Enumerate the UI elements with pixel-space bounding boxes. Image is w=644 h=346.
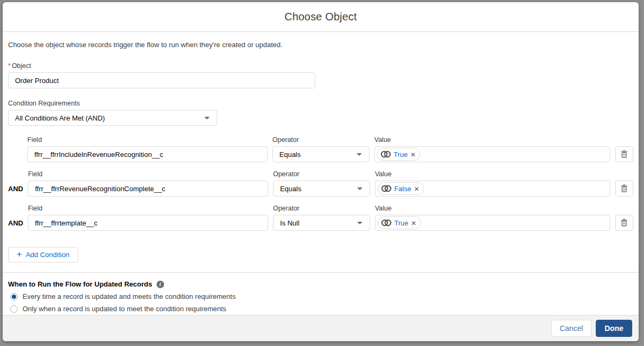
field-column-label: Field bbox=[28, 205, 268, 212]
remove-value-icon[interactable]: ✕ bbox=[410, 151, 416, 158]
condition-requirements-group: Condition Requirements All Conditions Ar… bbox=[8, 100, 633, 126]
when-to-run-heading-row: When to Run the Flow for Updated Records… bbox=[8, 280, 633, 288]
modal-footer: Cancel Done bbox=[3, 315, 639, 341]
operator-select[interactable]: Equals bbox=[273, 180, 370, 197]
operator-value: Equals bbox=[280, 185, 301, 193]
trash-icon bbox=[620, 184, 628, 193]
field-input-value: ffrr__ffrrtemplate__c bbox=[35, 219, 98, 227]
operator-value: Is Null bbox=[280, 219, 299, 227]
operator-column-label: Operator bbox=[272, 136, 369, 144]
field-input[interactable]: ffrr__ffrrIncludeInRevenueRecognition__c bbox=[27, 146, 268, 162]
operator-select[interactable]: Is Null bbox=[273, 215, 370, 231]
modal-description: Choose the object whose records trigger … bbox=[8, 41, 633, 49]
object-input-value: Order Product bbox=[15, 77, 59, 85]
condition-prefix: AND bbox=[8, 219, 23, 231]
condition-row: Field ffrr__ffrrIncludeInRevenueRecognit… bbox=[8, 136, 633, 162]
chevron-down-icon bbox=[357, 153, 362, 156]
condition-row: AND Field ffrr__ffrrRevenueRecognitionCo… bbox=[8, 170, 633, 197]
condition-requirements-select[interactable]: All Conditions Are Met (AND) bbox=[8, 110, 217, 126]
trash-icon bbox=[620, 219, 628, 227]
field-input[interactable]: ffrr__ffrrtemplate__c bbox=[28, 215, 268, 231]
value-pill: True ✕ bbox=[377, 148, 420, 161]
value-pill: False ✕ bbox=[377, 182, 424, 195]
global-constant-icon bbox=[381, 151, 391, 158]
choose-object-modal: Choose Object Choose the object whose re… bbox=[3, 2, 639, 341]
value-pill-label: False bbox=[394, 185, 411, 193]
add-condition-label: Add Condition bbox=[26, 251, 70, 259]
info-icon[interactable]: i bbox=[157, 281, 164, 288]
required-asterisk: * bbox=[8, 62, 11, 70]
condition-row: AND Field ffrr__ffrrtemplate__c Operator… bbox=[8, 205, 633, 231]
value-input[interactable]: False ✕ bbox=[375, 180, 610, 197]
operator-select[interactable]: Equals bbox=[272, 146, 369, 162]
condition-prefix bbox=[8, 159, 23, 162]
chevron-down-icon bbox=[357, 187, 362, 190]
delete-condition-button[interactable] bbox=[615, 215, 633, 231]
object-label: *Object bbox=[8, 62, 633, 70]
value-column-label: Value bbox=[375, 170, 610, 178]
delete-condition-button[interactable] bbox=[615, 146, 633, 162]
field-input-value: ffrr__ffrrRevenueRecognitionComplete__c bbox=[35, 185, 165, 193]
global-constant-icon bbox=[381, 219, 391, 227]
condition-requirements-label: Condition Requirements bbox=[8, 100, 633, 107]
field-input-value: ffrr__ffrrIncludeInRevenueRecognition__c bbox=[34, 151, 163, 159]
add-condition-button[interactable]: + Add Condition bbox=[8, 247, 78, 262]
value-pill-label: True bbox=[394, 219, 408, 227]
object-input[interactable]: Order Product bbox=[8, 72, 315, 88]
value-column-label: Value bbox=[374, 136, 610, 144]
modal-title: Choose Object bbox=[285, 11, 357, 23]
when-to-run-heading: When to Run the Flow for Updated Records bbox=[8, 280, 152, 288]
radio-label: Only when a record is updated to meet th… bbox=[23, 305, 226, 313]
field-input[interactable]: ffrr__ffrrRevenueRecognitionComplete__c bbox=[28, 180, 268, 197]
modal-body: Choose the object whose records trigger … bbox=[3, 32, 639, 315]
modal-header: Choose Object bbox=[3, 2, 639, 32]
radio-button-unselected[interactable] bbox=[10, 305, 18, 313]
remove-value-icon[interactable]: ✕ bbox=[414, 185, 419, 192]
object-field-group: *Object Order Product bbox=[8, 62, 633, 88]
field-column-label: Field bbox=[28, 170, 268, 178]
chevron-down-icon bbox=[357, 222, 362, 224]
done-button[interactable]: Done bbox=[596, 320, 632, 337]
operator-value: Equals bbox=[279, 151, 301, 159]
value-column-label: Value bbox=[375, 205, 610, 212]
value-input[interactable]: True ✕ bbox=[374, 146, 610, 162]
remove-value-icon[interactable]: ✕ bbox=[411, 220, 416, 227]
value-pill-label: True bbox=[394, 151, 408, 159]
value-input[interactable]: True ✕ bbox=[375, 215, 610, 231]
chevron-down-icon bbox=[204, 117, 210, 119]
global-constant-icon bbox=[381, 185, 391, 192]
operator-column-label: Operator bbox=[273, 205, 370, 212]
radio-label: Every time a record is updated and meets… bbox=[23, 292, 235, 300]
section-divider bbox=[3, 272, 639, 273]
cancel-button[interactable]: Cancel bbox=[551, 320, 591, 337]
delete-condition-button[interactable] bbox=[615, 180, 633, 197]
plus-icon: + bbox=[17, 250, 22, 260]
operator-column-label: Operator bbox=[273, 170, 370, 178]
trash-icon bbox=[620, 150, 628, 159]
condition-prefix: AND bbox=[8, 185, 23, 197]
field-column-label: Field bbox=[27, 136, 268, 144]
radio-option-every-time[interactable]: Every time a record is updated and meets… bbox=[8, 292, 633, 300]
radio-option-only-when[interactable]: Only when a record is updated to meet th… bbox=[8, 305, 633, 313]
value-pill: True ✕ bbox=[377, 216, 421, 229]
radio-button-selected[interactable] bbox=[10, 293, 18, 300]
condition-requirements-value: All Conditions Are Met (AND) bbox=[15, 114, 105, 122]
conditions-list: Field ffrr__ffrrIncludeInRevenueRecognit… bbox=[8, 136, 633, 231]
